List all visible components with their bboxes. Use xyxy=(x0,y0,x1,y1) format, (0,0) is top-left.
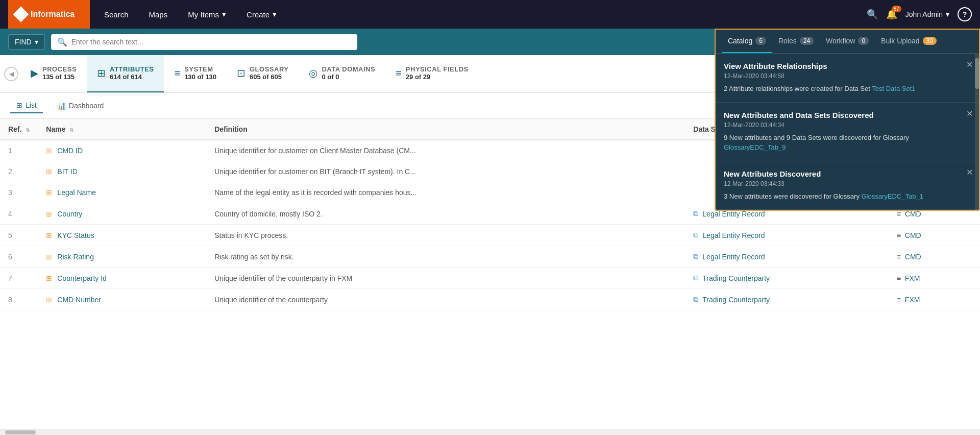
cell-name: ⊞ BIT ID xyxy=(38,161,206,182)
nav-right: 🔍 🔔 87 John Admin ▾ ? xyxy=(867,7,972,21)
process-icon: ▶ xyxy=(31,67,38,79)
attribute-link[interactable]: ⊞ Counterparty Id xyxy=(46,274,198,282)
system-icon: ≡ xyxy=(897,296,901,304)
dataset-link[interactable]: ⧉Trading Counterparty xyxy=(693,295,880,304)
cell-dataset: ⧉Legal Entity Record xyxy=(685,246,888,268)
user-menu-button[interactable]: John Admin ▾ xyxy=(905,10,949,18)
cat-count-physical: 29 of 29 xyxy=(406,73,469,81)
cell-ref: 2 xyxy=(0,161,38,182)
table-row: 6 ⊞ Risk Rating Risk rating as set by ri… xyxy=(0,246,980,268)
dataset-icon: ⧉ xyxy=(693,209,698,218)
chevron-down-icon: ▾ xyxy=(35,38,38,46)
search-input[interactable] xyxy=(71,38,351,46)
attribute-link[interactable]: ⊞ Country xyxy=(46,210,198,218)
dataset-link[interactable]: ⧉Legal Entity Record xyxy=(693,231,880,239)
attribute-icon: ⊞ xyxy=(46,147,52,155)
chevron-down-icon: ▾ xyxy=(222,10,226,19)
list-view-button[interactable]: ⊞ List xyxy=(10,98,43,113)
cell-ref: 7 xyxy=(0,268,38,289)
attribute-link[interactable]: ⊞ KYC Status xyxy=(46,231,198,239)
list-icon: ⊞ xyxy=(16,101,22,109)
notif-tab-bulk-upload[interactable]: Bulk Upload 30 xyxy=(875,30,943,53)
notif-close-button[interactable]: ✕ xyxy=(966,60,973,69)
cell-definition: Country of domicile, mostly ISO 2. xyxy=(206,203,685,225)
nav-maps[interactable]: Maps xyxy=(139,0,178,29)
system-icon: ≡ xyxy=(174,67,180,79)
attribute-link[interactable]: ⊞ BIT ID xyxy=(46,167,198,176)
help-button[interactable]: ? xyxy=(958,7,972,21)
system-link[interactable]: ≡ FXM xyxy=(897,274,972,282)
notif-close-button[interactable]: ✕ xyxy=(966,167,973,177)
cell-name: ⊞ Legal Name xyxy=(38,182,206,203)
notif-link[interactable]: Test Data Set1 xyxy=(872,85,915,92)
notif-tab-catalog-label: Catalog xyxy=(728,37,752,45)
nav-search[interactable]: Search xyxy=(94,0,139,29)
cell-ref: 4 xyxy=(0,203,38,225)
notif-close-button[interactable]: ✕ xyxy=(966,109,973,118)
cat-count-attributes: 614 of 614 xyxy=(110,73,154,81)
notif-tab-roles-label: Roles xyxy=(778,37,797,45)
attribute-icon: ⊞ xyxy=(46,167,52,176)
system-link[interactable]: ≡ FXM xyxy=(897,296,972,304)
find-button[interactable]: FIND ▾ xyxy=(8,34,45,50)
bell-wrapper[interactable]: 🔔 87 xyxy=(886,9,897,20)
nav-create[interactable]: Create ▾ xyxy=(236,0,287,29)
notif-body-text: 9 New attributes and 9 Data Sets were di… xyxy=(724,133,971,153)
cell-definition: Unique identifier for customer on Client… xyxy=(206,140,685,161)
attribute-icon: ⊞ xyxy=(46,210,52,218)
cat-tab-data[interactable]: ◎ DATA DOMAINS 0 of 0 xyxy=(299,55,385,93)
notif-title: New Attributes Discovered xyxy=(724,170,971,178)
attribute-link[interactable]: ⊞ Risk Rating xyxy=(46,253,198,261)
attribute-link[interactable]: ⊞ CMD Number xyxy=(46,296,198,304)
attributes-icon: ⊞ xyxy=(97,67,106,79)
nav-items: Search Maps My Items ▾ Create ▾ xyxy=(94,0,287,29)
cell-ref: 8 xyxy=(0,289,38,310)
cat-tab-system[interactable]: ≡ SYSTEM 130 of 130 xyxy=(164,55,227,93)
cell-name: ⊞ KYC Status xyxy=(38,225,206,246)
system-icon: ≡ xyxy=(897,253,901,261)
cell-name: ⊞ CMD Number xyxy=(38,289,206,310)
cell-definition: Risk rating as set by risk. xyxy=(206,246,685,268)
cat-tab-attributes[interactable]: ⊞ ATTRIBUTES 614 of 614 xyxy=(87,55,164,93)
cell-ref: 1 xyxy=(0,140,38,161)
notif-tab-workflow[interactable]: Workflow 0 xyxy=(820,30,875,53)
top-navigation: Informatica Search Maps My Items ▾ Creat… xyxy=(0,0,980,29)
notif-body-text: 2 Attribute relationships were created f… xyxy=(724,84,971,94)
cat-tab-physical[interactable]: ≡ PHYSICAL FIELDS 29 of 29 xyxy=(385,55,479,93)
notif-scrollbar[interactable] xyxy=(975,54,979,210)
nav-my-items[interactable]: My Items ▾ xyxy=(178,0,236,29)
notification-item: ✕ View Attribute Relationships 12-Mar-20… xyxy=(716,54,979,103)
notif-bulk-count: 30 xyxy=(923,37,937,45)
attribute-icon: ⊞ xyxy=(46,231,52,239)
attribute-link[interactable]: ⊞ Legal Name xyxy=(46,188,198,197)
cat-tab-process[interactable]: ▶ PROCESS 135 of 135 xyxy=(20,55,87,93)
cell-dataset: ⧉Trading Counterparty xyxy=(685,289,888,310)
notif-link[interactable]: GlossaryEDC_Tab_9 xyxy=(724,143,786,151)
attribute-link[interactable]: ⊞ CMD ID xyxy=(46,147,198,155)
col-ref: Ref. ⇅ xyxy=(0,119,38,140)
col-name: Name ⇅ xyxy=(38,119,206,140)
cell-name: ⊞ Risk Rating xyxy=(38,246,206,268)
cat-tab-glossary[interactable]: ⊡ GLOSSARY 605 of 605 xyxy=(227,55,299,93)
notif-link[interactable]: GlossaryEDC_Tab_1 xyxy=(862,192,923,200)
data-icon: ◎ xyxy=(309,67,317,79)
search-icon[interactable]: 🔍 xyxy=(867,9,878,20)
dataset-link[interactable]: ⧉Trading Counterparty xyxy=(693,274,880,282)
cat-count-glossary: 605 of 605 xyxy=(250,73,288,81)
table-row: 8 ⊞ CMD Number Unique identifier of the … xyxy=(0,289,980,310)
dataset-link[interactable]: ⧉Legal Entity Record xyxy=(693,252,880,261)
cell-system: ≡ FXM xyxy=(889,268,980,289)
cat-count-system: 130 of 130 xyxy=(184,73,216,81)
system-link[interactable]: ≡ CMD xyxy=(897,253,972,261)
system-link[interactable]: ≡ CMD xyxy=(897,231,972,239)
system-icon: ≡ xyxy=(897,231,901,239)
dashboard-view-button[interactable]: 📊 Dashboard xyxy=(51,99,110,113)
horizontal-scrollbar[interactable] xyxy=(0,429,980,435)
cat-prev-button[interactable]: ◀ xyxy=(4,67,18,81)
chevron-down-icon: ▾ xyxy=(946,10,949,18)
attribute-icon: ⊞ xyxy=(46,296,52,304)
notif-tab-catalog[interactable]: Catalog 6 xyxy=(722,30,772,53)
notif-tab-bulk-upload-label: Bulk Upload xyxy=(881,37,920,45)
chevron-down-icon: ▾ xyxy=(273,10,277,19)
notif-tab-roles[interactable]: Roles 24 xyxy=(772,30,820,53)
